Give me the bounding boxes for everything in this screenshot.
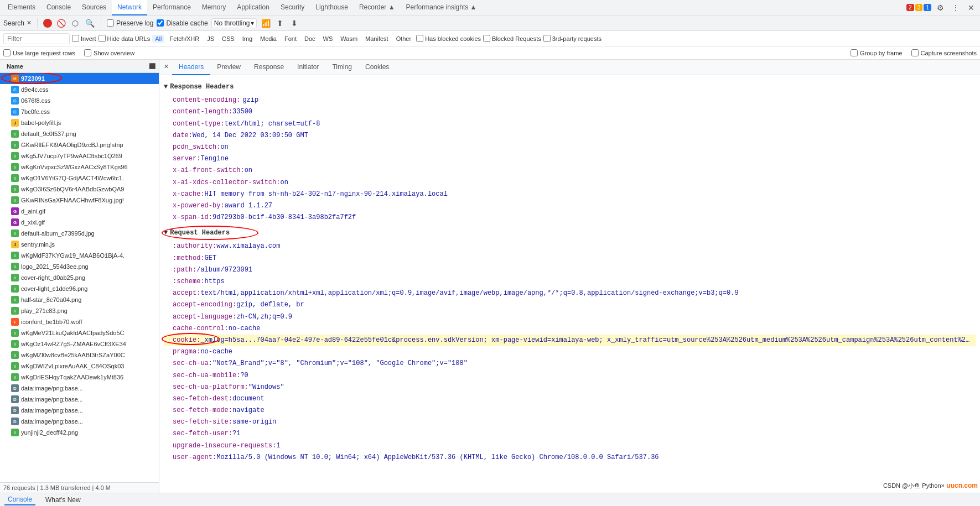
has-blocked-cookies-checkbox[interactable]: Has blocked cookies <box>416 35 481 42</box>
list-item[interactable]: I wKgMZl0w8cvBe25kAABf3trSZaY00C <box>0 349 159 361</box>
list-item[interactable]: I default-album_c73995d.jpg <box>0 228 159 239</box>
headers-area[interactable]: ▼ Response Headers content-encoding: gzi… <box>159 75 980 493</box>
tab-memory[interactable]: Memory <box>196 0 231 15</box>
list-item[interactable]: I yunjinji2_decff42.png <box>0 427 159 438</box>
list-item[interactable]: I half-star_8c70a04.png <box>0 294 159 305</box>
search-icon[interactable]: 🔍 <box>84 19 95 28</box>
more-icon[interactable]: ⋮ <box>949 1 962 14</box>
filter-icon[interactable]: ⬡ <box>70 19 81 28</box>
list-item[interactable]: D data:image/png;base... <box>0 383 159 394</box>
list-item[interactable]: F iconfont_be1bb70.woff <box>0 316 159 327</box>
list-item[interactable]: G d_aini.gif <box>0 206 159 217</box>
filter-type-fetch-xhr[interactable]: Fetch/XHR <box>167 35 202 43</box>
list-item[interactable]: I wKgKnVvpxcSzWGxzAACxSy8TKgs96 <box>0 161 159 173</box>
list-item[interactable]: I cover-light_c1dde96.png <box>0 283 159 294</box>
hide-data-urls-checkbox[interactable]: Hide data URLs <box>98 35 151 42</box>
filter-type-css[interactable]: CSS <box>219 35 237 43</box>
preserve-log-checkbox[interactable]: Preserve log <box>107 19 153 27</box>
list-item[interactable]: H 9723091 <box>0 73 159 84</box>
filter-type-wasm[interactable]: Wasm <box>338 35 360 43</box>
has-blocked-cookies-input[interactable] <box>416 35 423 42</box>
filter-type-all[interactable]: All <box>152 35 164 43</box>
list-item[interactable]: G d_xixi.gif <box>0 217 159 228</box>
list-item[interactable]: I wKgO3I6Sz6bQV6r4AABdbGzwbQA9 <box>0 184 159 195</box>
panel-tab-preview[interactable]: Preview <box>210 60 247 75</box>
list-item[interactable]: I default_9c0f537.png <box>0 128 159 139</box>
record-button[interactable] <box>43 19 52 28</box>
export-icon[interactable]: ⬇ <box>289 19 300 28</box>
filter-input[interactable] <box>3 33 70 44</box>
panel-tab-response[interactable]: Response <box>247 60 291 75</box>
settings-icon[interactable]: ⚙ <box>934 1 947 14</box>
use-large-rows-checkbox[interactable]: Use large request rows <box>3 49 75 56</box>
list-item[interactable]: I GKwRlIEFKl9AAOligD9zcBJ.png!strip <box>0 139 159 150</box>
list-item[interactable]: I wKgDrlESHqyTqakZAADewk1yMt836 <box>0 372 159 383</box>
use-large-rows-input[interactable] <box>3 49 11 56</box>
list-item[interactable]: I logo_2021_554d3ee.png <box>0 261 159 272</box>
group-by-frame-checkbox[interactable]: Group by frame <box>851 49 902 56</box>
filter-type-doc[interactable]: Doc <box>302 35 318 43</box>
clear-icon[interactable]: 🚫 <box>55 19 66 28</box>
third-party-input[interactable] <box>543 35 551 42</box>
tab-lighthouse[interactable]: Lighthouse <box>310 0 354 15</box>
list-item[interactable]: I wKgMdF37KYGw19_MAAB6O1BjA-4. <box>0 250 159 261</box>
third-party-checkbox[interactable]: 3rd-party requests <box>543 35 602 42</box>
list-item[interactable]: I play_271c83.png <box>0 305 159 316</box>
group-by-frame-input[interactable] <box>851 49 858 56</box>
disable-cache-checkbox[interactable]: Disable cache <box>157 19 208 27</box>
panel-tab-initiator[interactable]: Initiator <box>291 60 325 75</box>
tab-headers-close[interactable]: ✕ <box>162 60 171 75</box>
list-item[interactable]: D data:image/png;base... <box>0 416 159 427</box>
tab-elements[interactable]: Elements <box>2 0 41 15</box>
list-item[interactable]: C 7bc0fc.css <box>0 106 159 117</box>
preserve-log-input[interactable] <box>107 19 114 27</box>
network-conditions-icon[interactable]: 📶 <box>260 19 271 28</box>
blocked-requests-input[interactable] <box>483 35 490 42</box>
filter-type-media[interactable]: Media <box>257 35 279 43</box>
tab-recorder[interactable]: Recorder ▲ <box>354 0 401 15</box>
list-item[interactable]: I wKgO1V6YiG7Q-GdjAACT4Wcw6tc1. <box>0 173 159 184</box>
tab-performance-insights[interactable]: Performance insights ▲ <box>401 0 483 15</box>
panel-tab-headers[interactable]: Headers <box>172 60 210 75</box>
list-item[interactable]: I wKg5JV7ucp7yTP9wAACftsbc1Q269 <box>0 150 159 161</box>
list-item[interactable]: D data:image/png;base... <box>0 394 159 405</box>
list-item[interactable]: I cover-right_d0ab25.png <box>0 272 159 283</box>
invert-checkbox[interactable]: Invert <box>72 35 96 42</box>
request-list[interactable]: H 9723091 C d9e4c.css C 0676f8.css C 7bc… <box>0 73 159 482</box>
filter-type-img[interactable]: Img <box>240 35 255 43</box>
tab-sources[interactable]: Sources <box>76 0 112 15</box>
tab-security[interactable]: Security <box>275 0 310 15</box>
tab-network[interactable]: Network <box>112 0 147 15</box>
capture-screenshots-input[interactable] <box>911 49 919 56</box>
list-item[interactable]: D data:image/png;base... <box>0 405 159 416</box>
import-icon[interactable]: ⬆ <box>274 19 286 28</box>
list-item[interactable]: C d9e4c.css <box>0 84 159 95</box>
blocked-requests-checkbox[interactable]: Blocked Requests <box>483 35 541 42</box>
list-item[interactable]: I wKgMeV21LkuQakfdAACfpadySdo5C <box>0 327 159 338</box>
list-item[interactable]: I wKgDWIZvLpixreAuAAK_C84OSqk03 <box>0 361 159 372</box>
list-item[interactable]: J babel-polyfill.js <box>0 117 159 128</box>
list-item[interactable]: I wKgOz14wRZ7gS-ZMAAE6vCff3XE34 <box>0 338 159 349</box>
panel-tab-timing[interactable]: Timing <box>325 60 359 75</box>
request-headers-title[interactable]: ▼ Request Headers <box>164 228 976 238</box>
resize-handle[interactable]: ⬛ <box>148 62 157 71</box>
tab-console[interactable]: Console <box>41 0 76 15</box>
filter-type-font[interactable]: Font <box>282 35 299 43</box>
list-item[interactable]: I GKwRINsGaXFNAACHhwfF8Xug.jpg! <box>0 195 159 206</box>
disable-cache-input[interactable] <box>157 19 164 27</box>
show-overview-input[interactable] <box>84 49 91 56</box>
close-devtools-icon[interactable]: ✕ <box>965 1 978 14</box>
filter-type-other[interactable]: Other <box>393 35 414 43</box>
filter-type-manifest[interactable]: Manifest <box>362 35 391 43</box>
hide-data-urls-input[interactable] <box>98 35 106 42</box>
filter-type-ws[interactable]: WS <box>320 35 336 43</box>
tab-application[interactable]: Application <box>231 0 275 15</box>
show-overview-checkbox[interactable]: Show overview <box>84 49 134 56</box>
filter-type-js[interactable]: JS <box>204 35 217 43</box>
list-item[interactable]: C 0676f8.css <box>0 95 159 106</box>
search-close-icon[interactable]: ✕ <box>27 19 32 27</box>
tab-performance[interactable]: Performance <box>147 0 196 15</box>
throttle-select[interactable]: No throttling ▾ <box>211 18 257 28</box>
capture-screenshots-checkbox[interactable]: Capture screenshots <box>911 49 977 56</box>
list-item[interactable]: J sentry.min.js <box>0 239 159 250</box>
